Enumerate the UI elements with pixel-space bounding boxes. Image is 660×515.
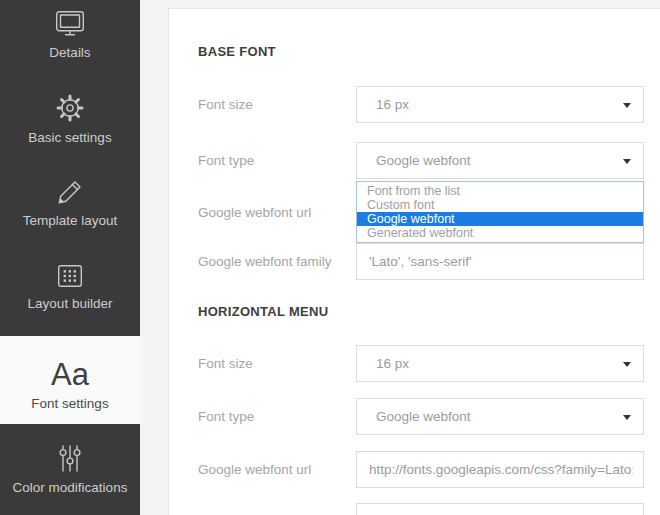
sidebar-item-basic-settings[interactable]: Basic settings bbox=[0, 84, 140, 168]
font-type-dropdown-list: Font from the list Custom font Google we… bbox=[356, 181, 644, 243]
sidebar-item-label: Template layout bbox=[23, 213, 118, 228]
hm-google-webfont-url-field bbox=[356, 451, 644, 488]
sidebar-item-layout-builder[interactable]: Layout builder bbox=[0, 252, 140, 336]
field-label: Font size bbox=[198, 356, 356, 371]
font-settings-page: Details bbox=[0, 0, 660, 515]
field-label: Font type bbox=[198, 409, 356, 424]
sidebar: Details bbox=[0, 0, 140, 515]
sidebar-item-label: Font settings bbox=[31, 396, 108, 411]
dropdown-option-selected[interactable]: Google webfont bbox=[357, 212, 643, 226]
form-row-base-font-size: Font size 16 px bbox=[198, 86, 660, 123]
dropdown-option[interactable]: Font from the list bbox=[357, 184, 643, 198]
field-label: Google webfont url bbox=[198, 205, 356, 220]
sidebar-item-template-layout[interactable]: Template layout bbox=[0, 168, 140, 252]
chevron-down-icon bbox=[623, 415, 631, 420]
form-row-hm-font-type: Font type Google webfont bbox=[198, 398, 660, 435]
chevron-down-icon bbox=[623, 103, 631, 108]
section-heading-horizontal-menu: HORIZONTAL MENU bbox=[198, 304, 660, 320]
settings-panel: BASE FONT Font size 16 px Font type Goog… bbox=[168, 8, 660, 515]
form-row-hm-font-size: Font size 16 px bbox=[198, 345, 660, 382]
base-google-webfont-family-field bbox=[356, 243, 644, 280]
dropdown-option[interactable]: Generated webfont bbox=[357, 226, 643, 240]
sidebar-item-color-modifications[interactable]: Color modifications bbox=[0, 424, 140, 515]
chevron-down-icon bbox=[623, 362, 631, 367]
sidebar-item-label: Color modifications bbox=[13, 480, 128, 495]
form-row-base-font-type: Font type Google webfont Font from the l… bbox=[198, 142, 660, 179]
pencil-icon bbox=[57, 179, 83, 205]
base-google-webfont-family-input[interactable] bbox=[357, 244, 643, 279]
form-row-hm-webfont-url: Google webfont url bbox=[198, 451, 660, 488]
sidebar-item-font-settings[interactable]: Aa Font settings bbox=[0, 336, 140, 424]
sidebar-item-label: Layout builder bbox=[28, 296, 113, 311]
hm-font-size-select[interactable]: 16 px bbox=[356, 345, 644, 382]
sliders-icon bbox=[57, 444, 83, 473]
field-label: Font type bbox=[198, 153, 356, 168]
hm-google-webfont-url-input[interactable] bbox=[357, 452, 643, 487]
hm-google-webfont-family-field bbox=[356, 503, 644, 515]
hm-font-type-select[interactable]: Google webfont bbox=[356, 398, 644, 435]
section-heading-base-font: BASE FONT bbox=[198, 44, 660, 60]
form-row-base-webfont-family: Google webfont family bbox=[198, 243, 660, 280]
dropdown-option[interactable]: Custom font bbox=[357, 198, 643, 212]
gear-icon bbox=[56, 94, 84, 122]
sidebar-item-label: Details bbox=[49, 45, 90, 60]
sidebar-top-block: Details bbox=[0, 0, 140, 336]
field-label: Google webfont family bbox=[198, 254, 356, 269]
hm-google-webfont-family-input[interactable] bbox=[357, 504, 643, 515]
base-font-type-select[interactable]: Google webfont Font from the list Custom… bbox=[356, 142, 644, 179]
field-label: Google webfont url bbox=[198, 462, 356, 477]
form-row-hm-webfont-family: Google webfont family bbox=[198, 503, 660, 515]
font-aa-icon: Aa bbox=[51, 358, 89, 392]
field-label: Font size bbox=[198, 97, 356, 112]
chevron-down-icon bbox=[623, 159, 631, 164]
sidebar-item-details[interactable]: Details bbox=[0, 0, 140, 84]
base-font-size-select[interactable]: 16 px bbox=[356, 86, 644, 123]
sidebar-item-label: Basic settings bbox=[28, 130, 111, 145]
monitor-icon bbox=[55, 10, 85, 37]
grid-icon bbox=[57, 264, 83, 288]
